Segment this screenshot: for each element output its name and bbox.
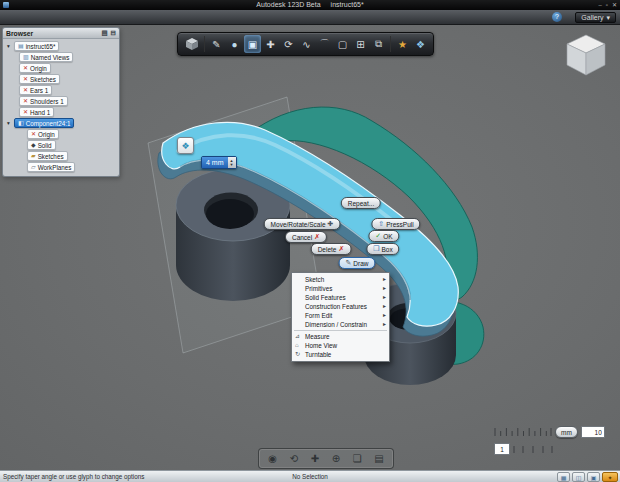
sketch-icon[interactable]: ✎	[208, 35, 225, 53]
paint-icon[interactable]: ❖	[412, 35, 429, 53]
menu-item-dimension-constrain[interactable]: Dimension / Constrain ▸	[292, 320, 389, 329]
home-icon: ⌂	[295, 341, 299, 350]
ok-button[interactable]: ✓ OK	[368, 230, 399, 242]
pan-icon[interactable]: ✚	[311, 454, 319, 464]
first-person-icon[interactable]: ◉	[268, 454, 277, 464]
display-settings-icon[interactable]: ▦	[557, 472, 570, 482]
snap-toggle-icon[interactable]: ▣	[587, 472, 600, 482]
dimension-stepper[interactable]: ▲ ▼	[228, 157, 236, 168]
tree-item-workplanes[interactable]: ▱WorkPlanes	[5, 162, 117, 172]
stepper-down-icon[interactable]: ▼	[230, 163, 234, 167]
orbit-icon[interactable]: ⟲	[290, 454, 298, 464]
help-button[interactable]: ?	[552, 12, 562, 22]
view-cube[interactable]	[560, 31, 612, 83]
box-label: Box	[382, 246, 393, 253]
create-box-icon[interactable]: ▣	[244, 35, 261, 53]
submenu-arrow-icon: ▸	[383, 311, 386, 320]
gallery-button[interactable]: Gallery ▾	[575, 12, 616, 23]
menu-item-solid-features[interactable]: Solid Features ▸	[292, 293, 389, 302]
tree-item-origin[interactable]: ✕Origin	[5, 63, 117, 73]
menu-label: Primitives	[305, 285, 332, 292]
tree-item-ears[interactable]: ✕Ears 1	[5, 85, 117, 95]
item-label: Named Views	[31, 54, 70, 61]
notification-icon[interactable]: ✦	[602, 472, 618, 482]
status-hint: Specify taper angle or use glyph to chan…	[3, 473, 144, 480]
close-button[interactable]: ✕	[612, 1, 617, 9]
menu-item-home-view[interactable]: ⌂ Home View	[292, 341, 389, 350]
window-title: Autodesk 123D Beta instruct65*	[256, 1, 363, 8]
revolve-icon[interactable]: ⟳	[280, 35, 297, 53]
grid-size-input[interactable]	[581, 426, 605, 438]
grid-toggle-icon[interactable]: ◫	[572, 472, 585, 482]
app-title: Autodesk 123D Beta	[256, 1, 320, 8]
delete-x-icon: ✗	[338, 245, 344, 253]
draw-pencil-icon: ✎	[345, 259, 351, 267]
tree-item-shoulders[interactable]: ✕Shoulders 1	[5, 96, 117, 106]
browser-collapse-icon[interactable]: ⊟	[111, 29, 116, 37]
move-icon[interactable]: ✚	[262, 35, 279, 53]
presspull-button[interactable]: ⇧ PressPull	[371, 218, 420, 230]
dimension-input[interactable]: 4 mm ▲ ▼	[201, 156, 237, 169]
move-label: Move/Rotate/Scale	[271, 221, 326, 228]
camera-icon[interactable]: ▤	[374, 454, 383, 464]
gallery-label: Gallery	[581, 14, 603, 21]
expand-arrow-icon[interactable]: ▾	[7, 120, 14, 126]
tree-item-named-views[interactable]: ▥Named Views	[5, 52, 117, 62]
menu-label: Home View	[305, 342, 337, 349]
maximize-button[interactable]: ▫	[606, 1, 608, 9]
dimension-value[interactable]: 4 mm	[202, 157, 228, 168]
unit-button[interactable]: mm	[555, 426, 578, 438]
delete-label: Delete	[318, 246, 337, 253]
menu-item-sketch[interactable]: Sketch ▸	[292, 275, 389, 284]
tree-item-component[interactable]: ▾ ◧Component24:1	[5, 118, 117, 128]
material-icon[interactable]: ★	[394, 35, 411, 53]
tree-item-solid[interactable]: ◆Solid	[5, 140, 117, 150]
tree-item-component-origin[interactable]: ✕Origin	[5, 129, 117, 139]
repeat-button[interactable]: Repeat...	[341, 197, 381, 209]
shell-icon[interactable]: ▢	[334, 35, 351, 53]
grid-scale-control: mm	[494, 426, 605, 438]
menu-item-form-edit[interactable]: Form Edit ▸	[292, 311, 389, 320]
tree-item-sketches[interactable]: ✕Sketches	[5, 74, 117, 84]
item-label: Sketches	[38, 153, 64, 160]
app-logo-icon	[3, 2, 9, 8]
app-menu-button[interactable]	[182, 34, 201, 54]
pattern-icon[interactable]: ⊞	[352, 35, 369, 53]
menu-item-primitives[interactable]: Primitives ▸	[292, 284, 389, 293]
cancel-label: Cancel	[292, 234, 312, 241]
primitives-icon[interactable]: ●	[226, 35, 243, 53]
tree-item-component-sketches[interactable]: ▰Sketches	[5, 151, 117, 161]
cancel-button[interactable]: Cancel ✗	[285, 231, 327, 243]
delete-button[interactable]: Delete ✗	[311, 243, 352, 255]
sweep-icon[interactable]: ∿	[298, 35, 315, 53]
tree-item-hand[interactable]: ✕Hand 1	[5, 107, 117, 117]
move-rotate-scale-button[interactable]: Move/Rotate/Scale ✚	[264, 218, 341, 230]
tree-item-document[interactable]: ▾ ▤instruct65*	[5, 41, 117, 51]
navigation-toolbar: ◉ ⟲ ✚ ⊕ ❏ ▤	[258, 448, 394, 469]
status-bar: Specify taper angle or use glyph to chan…	[0, 470, 620, 482]
submenu-arrow-icon: ▸	[383, 293, 386, 302]
snap-value-input[interactable]	[494, 443, 510, 455]
submenu-arrow-icon: ▸	[383, 302, 386, 311]
browser-filter-icon[interactable]: ▤	[101, 29, 107, 37]
fit-view-icon[interactable]: ❏	[353, 454, 362, 464]
expand-arrow-icon[interactable]: ▾	[7, 43, 14, 49]
viewport-3d[interactable]: Browser ▤ ⊟ ▾ ▤instruct65* ▥Named Views …	[0, 25, 620, 470]
draw-button[interactable]: ✎ Draw	[338, 257, 375, 269]
menu-label: Measure	[305, 333, 330, 340]
menu-label: Solid Features	[305, 294, 346, 301]
views-icon: ▥	[23, 54, 29, 60]
selection-status: No Selection	[292, 473, 328, 480]
menu-item-measure[interactable]: ⊿ Measure	[292, 332, 389, 341]
box-button[interactable]: ❒ Box	[366, 243, 399, 255]
taper-glyph-icon[interactable]: ❖	[177, 137, 194, 154]
menu-item-turntable[interactable]: ↻ Turntable	[292, 350, 389, 359]
minimize-button[interactable]: –	[598, 1, 601, 9]
item-label: instruct65*	[26, 43, 56, 50]
hidden-icon: ✕	[23, 76, 28, 82]
fillet-icon[interactable]: ⌒	[316, 35, 333, 53]
combine-icon[interactable]: ⧉	[370, 35, 387, 53]
menu-item-construction-features[interactable]: Construction Features ▸	[292, 302, 389, 311]
zoom-icon[interactable]: ⊕	[332, 454, 340, 464]
snap-ticks	[513, 444, 553, 454]
